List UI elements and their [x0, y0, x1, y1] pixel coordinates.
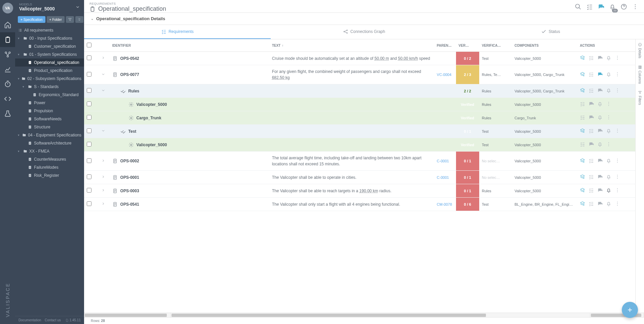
nav-requirements-icon[interactable]	[0, 32, 15, 47]
list-action-icon[interactable]	[589, 201, 594, 207]
collapse-icon[interactable]	[101, 175, 105, 179]
avatar[interactable]: VA	[2, 3, 13, 13]
tree-item[interactable]: Operational_specification	[15, 58, 84, 67]
layers-add-icon[interactable]	[580, 72, 585, 78]
list-action-icon[interactable]	[589, 174, 594, 180]
details-toggle[interactable]: ⌄ Operational_specification Details	[84, 13, 644, 25]
tree-item[interactable]: Risk_Register	[15, 171, 84, 179]
table-row[interactable]: OPS-0542 Cruise mode should be automatic…	[84, 52, 635, 65]
layers-add-icon[interactable]	[580, 201, 585, 207]
tab-status[interactable]: Status	[457, 25, 644, 39]
row-more-icon[interactable]	[606, 141, 611, 148]
list-action-icon[interactable]	[589, 72, 594, 78]
model-selector[interactable]: MODELS Valicopter_5000	[15, 0, 84, 14]
bell-action-icon[interactable]	[606, 55, 611, 62]
rail-columns[interactable]: Columns	[638, 65, 642, 84]
help-icon[interactable]	[620, 3, 627, 11]
tree-all-requirements[interactable]: All requirements	[15, 26, 84, 34]
expand-icon[interactable]	[101, 88, 105, 92]
contact-link[interactable]: Contact us	[45, 318, 61, 322]
add-fab-button[interactable]: +	[622, 302, 638, 318]
search-icon[interactable]	[575, 3, 581, 11]
nav-timer-icon[interactable]	[0, 77, 15, 91]
col-parent[interactable]: Paren…	[434, 39, 456, 52]
tree-item[interactable]: ▾01 - System Specifications	[15, 50, 84, 58]
chat-action-icon[interactable]	[597, 174, 603, 180]
list-action-icon[interactable]	[589, 188, 594, 194]
tree-item[interactable]: SoftwareNeeds	[15, 115, 84, 123]
add-specification-button[interactable]: + Specification	[18, 16, 45, 23]
bell-action-icon[interactable]	[606, 174, 611, 180]
table-row[interactable]: Test 0 / 1 Test Valicopter_5000	[84, 125, 635, 138]
bell-action-icon[interactable]	[597, 141, 603, 148]
table-row[interactable]: Valicopter_5000 Verified Test Valicopter…	[84, 138, 635, 152]
chat-action-icon[interactable]	[597, 128, 603, 134]
nav-home-icon[interactable]	[0, 17, 15, 32]
row-checkbox[interactable]	[87, 72, 91, 77]
chat-action-icon[interactable]	[597, 201, 603, 207]
col-method[interactable]: Verifica…	[479, 39, 512, 52]
bell-action-icon[interactable]	[606, 128, 611, 134]
row-more-icon[interactable]	[606, 101, 611, 108]
row-more-icon[interactable]	[615, 201, 620, 207]
table-row[interactable]: OPS-0002 The total average flight time, …	[84, 152, 635, 171]
tree-item[interactable]: Propulsion	[15, 107, 84, 115]
documentation-link[interactable]: Documentation	[18, 318, 41, 322]
chat-action-icon[interactable]	[597, 72, 603, 78]
table-row[interactable]: OPS-0001 The Valicopter shall be able to…	[84, 171, 635, 184]
bell-action-icon[interactable]	[606, 201, 611, 207]
row-checkbox[interactable]	[87, 142, 91, 147]
nav-test-icon[interactable]	[0, 106, 15, 121]
bell-action-icon[interactable]	[606, 72, 611, 78]
row-checkbox[interactable]	[87, 88, 91, 93]
bell-action-icon[interactable]	[597, 115, 603, 121]
row-more-icon[interactable]	[615, 55, 620, 62]
bell-action-icon[interactable]	[606, 188, 611, 194]
list-action-icon[interactable]	[580, 101, 585, 108]
chat-icon[interactable]	[598, 3, 604, 11]
tree-item[interactable]: SoftwareArchitecture	[15, 139, 84, 147]
chat-action-icon[interactable]	[589, 141, 594, 148]
select-all-checkbox[interactable]	[87, 43, 91, 47]
tree-item[interactable]: Ergonomics_Standard	[15, 91, 84, 99]
filter-button[interactable]	[66, 16, 74, 23]
table-row[interactable]: Valicopter_5000 Verified Rules Valicopte…	[84, 98, 635, 111]
row-checkbox[interactable]	[87, 102, 91, 106]
rail-filters[interactable]: Filters	[638, 90, 642, 105]
tree-item[interactable]: ▾02 - Subsystem Specifications	[15, 75, 84, 83]
list-action-icon[interactable]	[580, 141, 585, 148]
col-text[interactable]: Text↑	[269, 39, 434, 52]
parent-cell[interactable]: VC-0004	[434, 65, 456, 84]
list-action-icon[interactable]	[589, 158, 594, 164]
tree-item[interactable]: Product_specification	[15, 67, 84, 75]
tree-item[interactable]: ▾XX - FMEA	[15, 147, 84, 155]
row-checkbox[interactable]	[87, 55, 91, 60]
chat-action-icon[interactable]	[597, 88, 603, 94]
nav-modules-icon[interactable]	[0, 47, 15, 62]
add-folder-button[interactable]: + Folder	[47, 16, 65, 23]
parent-cell[interactable]: CM-0078	[434, 198, 456, 211]
parent-cell[interactable]: C-0001	[434, 152, 456, 171]
tree-item[interactable]: Structure	[15, 123, 84, 131]
tasks-icon[interactable]	[586, 3, 593, 11]
collapse-icon[interactable]	[101, 202, 105, 206]
horizontal-scrollbars[interactable]	[84, 313, 644, 317]
row-checkbox[interactable]	[87, 128, 91, 133]
bell-action-icon[interactable]	[597, 101, 603, 108]
tree-item[interactable]: CounterMeasures	[15, 155, 84, 163]
collapse-icon[interactable]	[101, 159, 105, 163]
table-row[interactable]: OPS-0077 For any given flight, the combi…	[84, 65, 635, 84]
layers-add-icon[interactable]	[580, 188, 585, 194]
row-more-icon[interactable]	[615, 158, 620, 164]
list-action-icon[interactable]	[589, 128, 594, 134]
expand-icon[interactable]	[101, 72, 105, 76]
chat-action-icon[interactable]	[589, 115, 594, 121]
col-components[interactable]: Components	[512, 39, 577, 52]
more-icon[interactable]	[632, 3, 639, 11]
layers-add-icon[interactable]	[580, 55, 585, 62]
parent-cell[interactable]: C-0001	[434, 171, 456, 184]
tree-item[interactable]: ▾00 - Input Specifications	[15, 34, 84, 42]
bell-action-icon[interactable]	[606, 88, 611, 94]
chat-action-icon[interactable]	[597, 158, 603, 164]
layers-add-icon[interactable]	[580, 128, 585, 134]
